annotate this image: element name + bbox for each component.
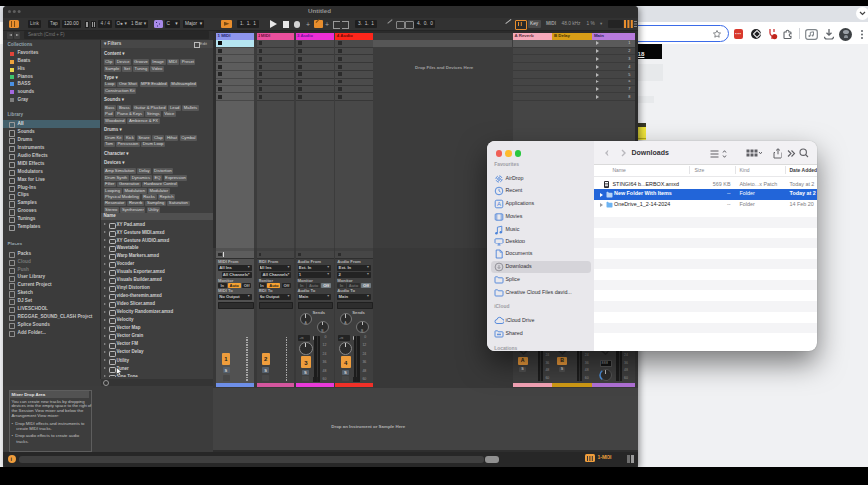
svg-text:A: A bbox=[496, 201, 500, 207]
